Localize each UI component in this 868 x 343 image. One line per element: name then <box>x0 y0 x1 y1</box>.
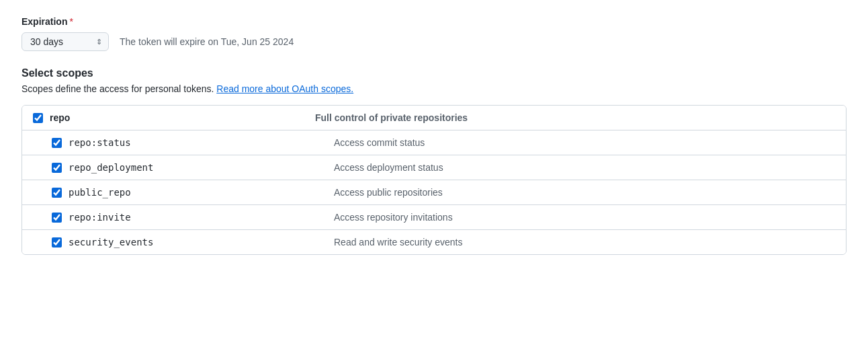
scopes-description-text: Scopes define the access for personal to… <box>21 83 216 94</box>
scope-row-public-repo: public_repo Access public repositories <box>22 180 846 205</box>
expiration-select[interactable]: Custom 7 days 30 days 60 days 90 days No… <box>21 32 109 51</box>
scope-desc-repo-status: Access commit status <box>334 137 425 148</box>
scope-checkbox-security-events[interactable] <box>52 237 62 247</box>
scope-checkbox-repo-deployment[interactable] <box>52 163 62 173</box>
scope-left-repo: repo <box>33 112 315 123</box>
scope-row-repo-deployment: repo_deployment Access deployment status <box>22 155 846 180</box>
scope-name-repo: repo <box>50 112 70 123</box>
scope-left-repo-deployment: repo_deployment <box>52 162 334 173</box>
expiration-label: Expiration* <box>21 16 847 27</box>
scopes-title: Select scopes <box>21 67 847 79</box>
scope-name-public-repo: public_repo <box>69 187 131 198</box>
scope-checkbox-repo-invite[interactable] <box>52 213 62 223</box>
scope-left-repo-status: repo:status <box>52 137 334 148</box>
required-indicator: * <box>69 16 73 27</box>
scope-desc-repo: Full control of private repositories <box>315 112 468 123</box>
expiry-text: The token will expire on Tue, Jun 25 202… <box>120 36 294 47</box>
scope-checkbox-repo-status[interactable] <box>52 138 62 148</box>
scopes-box: repo Full control of private repositorie… <box>21 105 847 255</box>
oauth-link[interactable]: Read more about OAuth scopes. <box>216 83 353 94</box>
scope-name-repo-status: repo:status <box>69 137 131 148</box>
scope-name-repo-deployment: repo_deployment <box>69 162 153 173</box>
scopes-section: Select scopes Scopes define the access f… <box>21 67 847 255</box>
expiration-section: Expiration* Custom 7 days 30 days 60 day… <box>21 16 847 51</box>
scope-checkbox-repo[interactable] <box>33 113 43 123</box>
scope-desc-security-events: Read and write security events <box>334 237 462 247</box>
scope-name-security-events: security_events <box>69 237 153 247</box>
scope-desc-repo-invite: Access repository invitations <box>334 212 453 223</box>
scope-left-public-repo: public_repo <box>52 187 334 198</box>
expiration-title: Expiration <box>21 16 67 27</box>
scope-checkbox-public-repo[interactable] <box>52 188 62 198</box>
scope-left-security-events: security_events <box>52 237 334 247</box>
scope-row-repo-status: repo:status Access commit status <box>22 130 846 155</box>
scope-left-repo-invite: repo:invite <box>52 212 334 223</box>
scope-desc-public-repo: Access public repositories <box>334 187 443 198</box>
expiration-select-wrapper[interactable]: Custom 7 days 30 days 60 days 90 days No… <box>21 32 109 51</box>
scope-row-security-events: security_events Read and write security … <box>22 230 846 254</box>
scope-desc-repo-deployment: Access deployment status <box>334 162 443 173</box>
scope-row-repo: repo Full control of private repositorie… <box>22 106 846 130</box>
scope-row-repo-invite: repo:invite Access repository invitation… <box>22 205 846 230</box>
scopes-description: Scopes define the access for personal to… <box>21 83 847 94</box>
scope-name-repo-invite: repo:invite <box>69 212 131 223</box>
